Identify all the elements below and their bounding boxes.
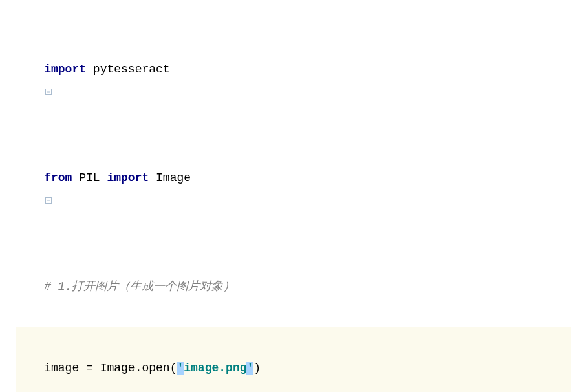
code-line[interactable]: # 1.打开图片（生成一个图片对象） [16,246,571,327]
string-literal: image.png [184,362,246,375]
code-line[interactable]: from PIL import Image [16,110,571,219]
string-quote: ' [246,362,253,375]
code-text: image = Image.open( [44,362,177,375]
import-name: Image [149,171,191,184]
fold-icon[interactable] [3,160,11,169]
string-quote: ' [177,362,184,375]
code-line[interactable]: import pytesseract [16,1,571,110]
module-name: PIL [72,171,107,184]
code-text: ) [253,362,261,375]
keyword-import: import [44,63,86,76]
module-name: pytesseract [86,63,170,76]
code-line[interactable] [16,219,571,246]
code-editor[interactable]: import pytesseract from PIL import Image… [0,0,571,392]
keyword-import: import [107,171,149,184]
fold-icon[interactable] [3,51,11,60]
comment: # 1.打开图片（生成一个图片对象） [44,280,235,293]
keyword-from: from [44,171,72,184]
code-line-current[interactable]: image = Image.open('image.png') [16,327,571,392]
